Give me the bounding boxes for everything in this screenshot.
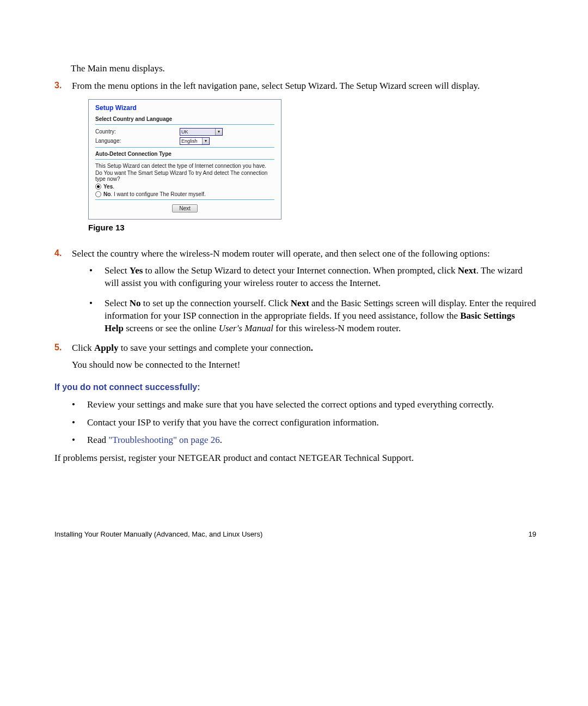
- radio-yes[interactable]: [95, 184, 101, 190]
- setup-wizard-screenshot: Setup Wizard Select Country and Language…: [88, 99, 281, 220]
- wizard-section-country: Select Country and Language: [95, 116, 274, 122]
- language-value: English: [180, 138, 202, 144]
- chevron-down-icon: ▼: [202, 138, 209, 144]
- country-select[interactable]: UK ▼: [180, 128, 223, 136]
- radio-no[interactable]: [95, 191, 101, 197]
- step-3: 3. From the menu options in the left nav…: [54, 81, 536, 232]
- step-text: Click Apply to save your settings and co…: [72, 343, 313, 353]
- radio-no-row[interactable]: No. I want to configure The Router mysel…: [95, 191, 274, 197]
- radio-yes-row[interactable]: Yes.: [95, 184, 274, 190]
- step-text: From the menu options in the left naviga…: [72, 81, 480, 91]
- language-label: Language:: [95, 138, 180, 144]
- troubleshoot-bullets: Review your settings and make sure that …: [71, 399, 536, 447]
- step-number: 4.: [54, 248, 62, 258]
- country-label: Country:: [95, 129, 180, 135]
- next-button[interactable]: Next: [172, 204, 198, 212]
- option-no: Select No to set up the connection yours…: [88, 297, 536, 335]
- wizard-desc-1: This Setup Wizard can detect the type of…: [95, 163, 274, 169]
- intro-text: The Main menu displays.: [71, 63, 536, 75]
- separator: [95, 124, 274, 125]
- step-text: Select the country where the wireless-N …: [72, 248, 490, 259]
- radio-no-label: No. I want to configure The Router mysel…: [103, 191, 206, 197]
- radio-yes-label: Yes.: [103, 184, 114, 190]
- closing-text: If problems persist, register your NETGE…: [54, 452, 536, 465]
- wizard-desc-2: Do You want The Smart Setup Wizard To tr…: [95, 170, 274, 182]
- chevron-down-icon: ▼: [215, 129, 222, 135]
- bullet-read-troubleshooting: Read "Troubleshooting" on page 26.: [71, 434, 536, 447]
- bullet-contact-isp: Contact your ISP to verify that you have…: [71, 417, 536, 429]
- separator: [95, 199, 274, 200]
- step-list: 3. From the menu options in the left nav…: [54, 81, 536, 372]
- step-number: 3.: [54, 81, 62, 90]
- troubleshooting-link[interactable]: "Troubleshooting" on page 26: [108, 435, 220, 445]
- separator: [95, 147, 274, 148]
- step-5: 5. Click Apply to save your settings and…: [54, 343, 536, 372]
- page-footer: Installing Your Router Manually (Advance…: [54, 530, 536, 538]
- country-value: UK: [180, 129, 215, 135]
- wizard-title: Setup Wizard: [95, 104, 274, 112]
- figure-caption: Figure 13: [88, 223, 536, 232]
- footer-chapter: Installing Your Router Manually (Advance…: [54, 530, 262, 538]
- step-number: 5.: [54, 343, 62, 352]
- wizard-section-autodetect: Auto-Detect Connection Type: [95, 151, 274, 157]
- step-5-after: You should now be connected to the Inter…: [72, 359, 536, 372]
- heading-not-connected: If you do not connect successfully:: [54, 382, 536, 392]
- separator: [95, 159, 274, 160]
- language-select[interactable]: English ▼: [180, 137, 210, 145]
- language-row: Language: English ▼: [95, 137, 274, 145]
- option-yes: Select Yes to allow the Setup Wizard to …: [88, 265, 536, 290]
- step-4-options: Select Yes to allow the Setup Wizard to …: [88, 265, 536, 335]
- country-row: Country: UK ▼: [95, 128, 274, 136]
- bullet-review: Review your settings and make sure that …: [71, 399, 536, 411]
- footer-page-number: 19: [529, 530, 536, 538]
- document-page: The Main menu displays. 3. From the menu…: [0, 0, 588, 571]
- step-4: 4. Select the country where the wireless…: [54, 248, 536, 335]
